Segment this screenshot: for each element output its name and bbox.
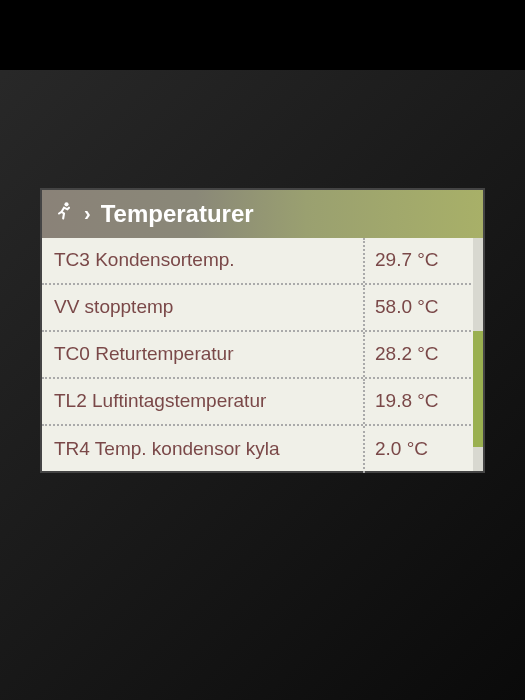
temperature-list: TC3 Kondensortemp. 29.7 °C VV stopptemp … (42, 238, 483, 473)
device-frame: › Temperaturer TC3 Kondensortemp. 29.7 °… (0, 0, 525, 700)
list-item[interactable]: TR4 Temp. kondensor kyla 2.0 °C (42, 426, 483, 473)
list-item[interactable]: TC0 Returtemperatur 28.2 °C (42, 332, 483, 379)
chevron-right-icon: › (84, 202, 91, 225)
device-top-bar (0, 0, 525, 70)
temperature-value: 29.7 °C (365, 238, 483, 283)
temperature-value: 28.2 °C (365, 332, 483, 377)
temperature-label: VV stopptemp (54, 285, 365, 330)
temperature-value: 2.0 °C (365, 426, 483, 473)
scrollbar[interactable] (473, 238, 483, 471)
svg-point-0 (64, 202, 68, 206)
list-item[interactable]: TL2 Luftintagstemperatur 19.8 °C (42, 379, 483, 426)
scrollbar-thumb[interactable] (473, 331, 483, 448)
page-title: Temperaturer (101, 200, 254, 228)
page-header: › Temperaturer (42, 190, 483, 238)
temperature-label: TC3 Kondensortemp. (54, 238, 365, 283)
content-area: TC3 Kondensortemp. 29.7 °C VV stopptemp … (42, 238, 483, 471)
temperature-value: 19.8 °C (365, 379, 483, 424)
running-icon (54, 201, 74, 226)
temperature-label: TR4 Temp. kondensor kyla (54, 426, 365, 473)
temperature-value: 58.0 °C (365, 285, 483, 330)
list-item[interactable]: TC3 Kondensortemp. 29.7 °C (42, 238, 483, 285)
temperature-label: TL2 Luftintagstemperatur (54, 379, 365, 424)
temperature-label: TC0 Returtemperatur (54, 332, 365, 377)
list-item[interactable]: VV stopptemp 58.0 °C (42, 285, 483, 332)
display-screen: › Temperaturer TC3 Kondensortemp. 29.7 °… (40, 188, 485, 473)
